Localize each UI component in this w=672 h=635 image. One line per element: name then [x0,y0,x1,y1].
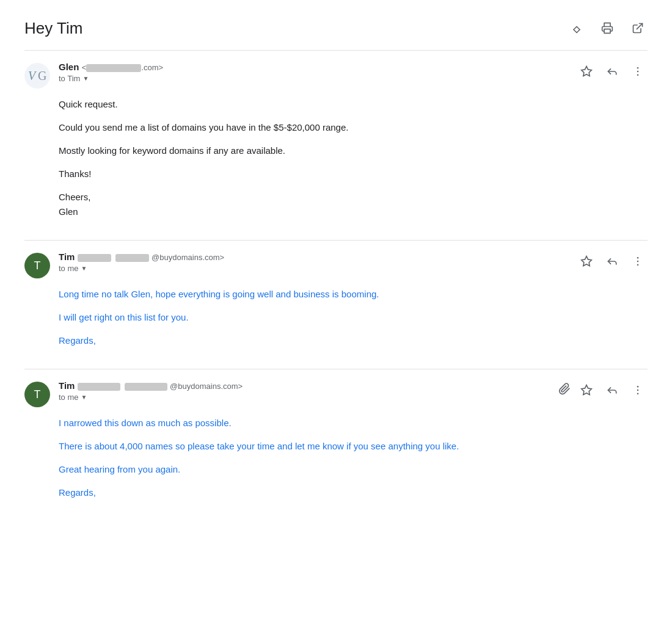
message-glen: V G Glen <.com> to Tim ▼ [24,50,648,240]
tim1-line-2: I will get right on this list for you. [59,310,648,325]
svg-point-15 [637,390,639,391]
reply-icon [606,65,618,78]
navigate-icon [571,22,583,34]
paperclip-icon [558,383,571,395]
svg-text:G: G [38,69,46,82]
reply-icon [606,255,618,267]
more-icon [632,255,644,267]
print-button[interactable] [597,18,617,38]
body-line-4: Thanks! [59,167,648,181]
star-icon [580,384,593,396]
svg-point-14 [637,386,639,388]
star-button-tim-1[interactable] [577,252,596,271]
more-icon [632,384,644,396]
message-actions-glen [577,62,648,81]
tim2-line-2: There is about 4,000 names so please tak… [59,439,648,454]
body-line-1: Quick request. [59,97,648,112]
svg-point-7 [637,71,639,73]
sender-name-tim-2: Tim [59,380,75,391]
body-line-3: Mostly looking for keyword domains if an… [59,143,648,158]
svg-rect-0 [604,29,610,34]
reply-icon [606,384,618,396]
sender-info-glen: Glen <.com> to Tim ▼ [59,62,163,83]
to-line-tim-2[interactable]: to me ▼ [59,393,243,402]
avatar-glen: V G [24,63,50,89]
star-icon [580,255,593,267]
more-icon [632,65,644,78]
tim1-line-1: Long time no talk Glen, hope everything … [59,287,648,302]
message-tim-1: T Tim @buydomains.com> to me ▼ [24,240,648,369]
to-dropdown-icon: ▼ [82,75,89,82]
glen-logo-icon: V G [24,63,50,89]
message-header-tim-1: T Tim @buydomains.com> to me ▼ [24,252,648,278]
svg-point-16 [637,393,639,395]
body-line-2: Could you send me a list of domains you … [59,120,648,135]
to-dropdown-icon-tim-1: ▼ [81,265,87,272]
avatar-tim-2: T [24,382,50,407]
svg-point-12 [637,264,639,266]
star-button-tim-2[interactable] [577,380,596,400]
message-body-tim-2: I narrowed this down as much as possible… [24,416,648,500]
svg-marker-9 [582,256,592,266]
more-button-tim-1[interactable] [628,252,648,271]
email-subject: Hey Tim [24,19,82,38]
sender-info-tim-2: Tim @buydomains.com> to me ▼ [59,380,243,402]
sender-name-glen: Glen [59,62,79,72]
svg-point-8 [637,74,639,76]
subject-actions [567,18,648,38]
svg-marker-13 [582,385,592,395]
svg-point-10 [637,257,639,259]
tim2-line-3: Great hearing from you again. [59,462,648,477]
svg-line-1 [637,24,642,29]
message-header-tim-2: T Tim @buydomains.com> to me ▼ [24,380,648,407]
svg-point-11 [637,261,639,263]
more-button-glen[interactable] [628,62,648,81]
sender-email-tim-1: @buydomains.com> [78,253,224,262]
star-button-glen[interactable] [577,62,596,81]
to-line-tim-1[interactable]: to me ▼ [59,264,224,273]
message-header-glen: V G Glen <.com> to Tim ▼ [24,62,648,89]
reply-button-glen[interactable] [602,62,622,81]
subject-row: Hey Tim [24,12,648,50]
more-button-tim-2[interactable] [628,380,648,400]
reply-button-tim-2[interactable] [602,380,622,400]
tim1-line-3: Regards, [59,333,648,348]
message-actions-tim-2 [558,380,648,400]
to-dropdown-icon-tim-2: ▼ [81,394,87,401]
avatar-tim-1: T [24,253,50,278]
message-actions-tim-1 [577,252,648,271]
sender-name-tim-1: Tim [59,252,75,262]
svg-point-6 [637,67,639,69]
to-line-glen[interactable]: to Tim ▼ [59,74,163,83]
attachment-icon [558,383,571,398]
body-line-5: Cheers,Glen [59,190,648,219]
navigate-button[interactable] [567,18,586,38]
open-new-window-button[interactable] [628,18,648,38]
email-container: Hey Tim [0,0,672,533]
star-icon [580,65,593,78]
open-new-window-icon [632,22,644,34]
reply-button-tim-1[interactable] [602,252,622,271]
sender-email-tim-2: @buydomains.com> [78,382,243,391]
message-body-tim-1: Long time no talk Glen, hope everything … [24,287,648,348]
message-tim-2: T Tim @buydomains.com> to me ▼ [24,369,648,521]
tim2-line-4: Regards, [59,485,648,500]
sender-email-glen: <.com> [82,63,163,72]
tim2-line-1: I narrowed this down as much as possible… [59,416,648,430]
svg-marker-5 [582,67,592,76]
message-body-glen: Quick request. Could you send me a list … [24,97,648,219]
sender-info-tim-1: Tim @buydomains.com> to me ▼ [59,252,224,273]
print-icon [601,22,613,34]
